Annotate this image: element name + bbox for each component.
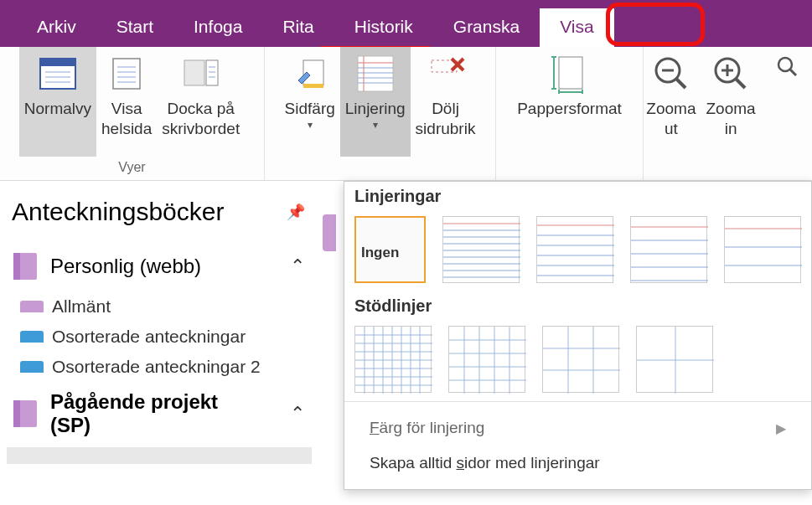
notebook-personlig-label: Personlig (webb): [50, 255, 201, 278]
chevron-right-icon: ▶: [776, 420, 786, 436]
btn-zoom-in[interactable]: Zoomain: [701, 47, 761, 157]
notebook-pane: Anteckningsböcker 📌 Personlig (webb) ⌃ A…: [0, 181, 318, 464]
tab-arkiv[interactable]: Arkiv: [17, 8, 96, 47]
pappersformat-label: Pappersformat: [517, 99, 622, 119]
section-osorterade[interactable]: Osorterade anteckningar: [0, 322, 318, 352]
zoomin-label1: Zooma: [706, 99, 756, 119]
svg-rect-47: [13, 400, 20, 427]
sidfarg-icon: [288, 54, 332, 94]
helsida-label2: helsida: [101, 119, 152, 139]
normalvy-icon: [36, 54, 80, 94]
menu-farg-for-linjering[interactable]: Färg för linjering ▶: [344, 410, 811, 446]
tab-historik[interactable]: Historik: [334, 8, 433, 47]
svg-rect-28: [559, 57, 582, 89]
section-tab-icon: [20, 301, 44, 312]
gallery-section-linjeringar: Linjeringar: [344, 182, 811, 213]
notebook-pane-title: Anteckningsböcker: [12, 198, 224, 226]
section-osorterade2[interactable]: Osorterade anteckningar 2: [0, 352, 318, 382]
farg-label: Färg för linjering: [370, 419, 484, 437]
thumb-rule-narrow[interactable]: [442, 216, 520, 283]
ribbon: Normalvy Visahelsida Docka påskrivbordet…: [0, 47, 812, 181]
btn-pappersformat[interactable]: Pappersformat: [512, 47, 627, 157]
chevron-up-icon: ⌃: [290, 403, 305, 425]
tab-indicator[interactable]: [323, 214, 336, 251]
linjeringar-thumbs: Ingen: [344, 213, 811, 291]
section-allmant-label: Allmänt: [52, 296, 111, 317]
zoomut-label1: Zooma: [646, 99, 696, 119]
sidfarg-dropdown-icon: ▾: [285, 119, 335, 131]
notebook-collapsed[interactable]: [7, 447, 312, 464]
section-osorterade2-label: Osorterade anteckningar 2: [52, 357, 261, 377]
thumb-grid-large[interactable]: [542, 326, 619, 393]
helsida-label1: Visa: [101, 99, 152, 119]
svg-rect-18: [358, 56, 393, 91]
linjering-dropdown-icon: ▾: [345, 119, 406, 131]
section-osorterade-label: Osorterade anteckningar: [52, 327, 246, 347]
notebook-pane-header: Anteckningsböcker 📌: [0, 181, 318, 241]
btn-normalvy[interactable]: Normalvy: [19, 47, 96, 157]
magnifier-icon: [766, 54, 809, 94]
docka-label2: skrivbordet: [162, 119, 240, 139]
linjering-icon: [354, 54, 397, 94]
tab-infoga[interactable]: Infoga: [173, 8, 262, 47]
svg-line-36: [676, 79, 685, 88]
dolj-label1: Dölj: [416, 99, 476, 119]
section-tab-icon: [20, 331, 44, 343]
gallery-section-stodlinjer: Stödlinjer: [344, 291, 811, 322]
ribbon-group-zoom: Zoomaut Zoomain: [644, 47, 812, 180]
btn-docka[interactable]: Docka påskrivbordet: [157, 47, 245, 157]
docka-label1: Docka på: [162, 99, 240, 119]
btn-visa-helsida[interactable]: Visahelsida: [96, 47, 157, 157]
btn-zoom-ut[interactable]: Zoomaut: [641, 47, 701, 157]
linjering-label: Linjering: [345, 99, 406, 119]
tab-start[interactable]: Start: [96, 8, 173, 47]
svg-rect-10: [184, 60, 204, 85]
thumb-ingen-label: Ingen: [361, 245, 399, 261]
dolj-label2: sidrubrik: [416, 119, 476, 139]
btn-zoom-extra[interactable]: [761, 47, 812, 157]
section-allmant[interactable]: Allmänt: [0, 291, 318, 322]
skapa-label: Skapa alltid sidor med linjeringar: [370, 454, 600, 472]
thumb-rule-college[interactable]: [536, 216, 613, 283]
svg-rect-17: [303, 84, 323, 88]
pappersformat-icon: [548, 54, 592, 94]
btn-sidfarg[interactable]: Sidfärg▾: [280, 47, 340, 157]
zoom-out-icon: [649, 54, 693, 94]
thumb-grid-xlarge[interactable]: [636, 326, 713, 393]
tab-granska[interactable]: Granska: [433, 8, 540, 47]
btn-linjering[interactable]: Linjering▾: [340, 47, 411, 157]
svg-point-42: [778, 58, 792, 71]
ribbon-group-papper: Pappersformat: [496, 47, 644, 180]
tab-visa[interactable]: Visa: [540, 8, 613, 47]
thumb-grid-small[interactable]: [354, 326, 432, 393]
notebook-personlig[interactable]: Personlig (webb) ⌃: [0, 241, 318, 291]
page-group-label: [265, 157, 495, 180]
ribbon-group-vyer: Normalvy Visahelsida Docka påskrivbordet…: [0, 47, 265, 180]
stodlinjer-thumbs: [344, 322, 811, 401]
ribbon-group-page: Sidfärg▾ Linjering▾ Döljsidrubrik: [265, 47, 496, 180]
svg-rect-45: [13, 253, 20, 280]
tab-rita[interactable]: Rita: [262, 8, 334, 47]
thumb-grid-medium[interactable]: [448, 326, 525, 393]
vyer-group-label: Vyer: [0, 157, 264, 180]
section-tab-strip: [323, 214, 336, 491]
dolj-icon: [424, 54, 468, 94]
thumb-ingen[interactable]: Ingen: [354, 216, 426, 283]
thumb-rule-wide[interactable]: [724, 216, 801, 283]
helsida-icon: [105, 54, 148, 94]
sidfarg-label: Sidfärg: [285, 99, 335, 119]
svg-line-43: [790, 70, 796, 75]
notebook-projekt[interactable]: Pågående projekt (SP) ⌃: [0, 382, 318, 446]
menu-skapa-alltid[interactable]: Skapa alltid sidor med linjeringar: [344, 446, 811, 481]
menu-tabbar: Arkiv Start Infoga Rita Historik Granska…: [0, 0, 812, 47]
pin-icon[interactable]: 📌: [287, 203, 305, 221]
notebook-projekt-label: Pågående projekt (SP): [50, 390, 218, 437]
zoomin-label2: in: [706, 119, 756, 139]
linjering-gallery: Linjeringar Ingen Stödlinjer: [344, 181, 812, 490]
chevron-up-icon: ⌃: [290, 255, 305, 277]
btn-dolj-sidrubrik[interactable]: Döljsidrubrik: [411, 47, 481, 157]
thumb-rule-standard[interactable]: [630, 216, 707, 283]
zoom-in-icon: [709, 54, 753, 94]
section-tab-icon: [20, 361, 44, 373]
projekt-label1: Pågående projekt: [50, 390, 218, 414]
